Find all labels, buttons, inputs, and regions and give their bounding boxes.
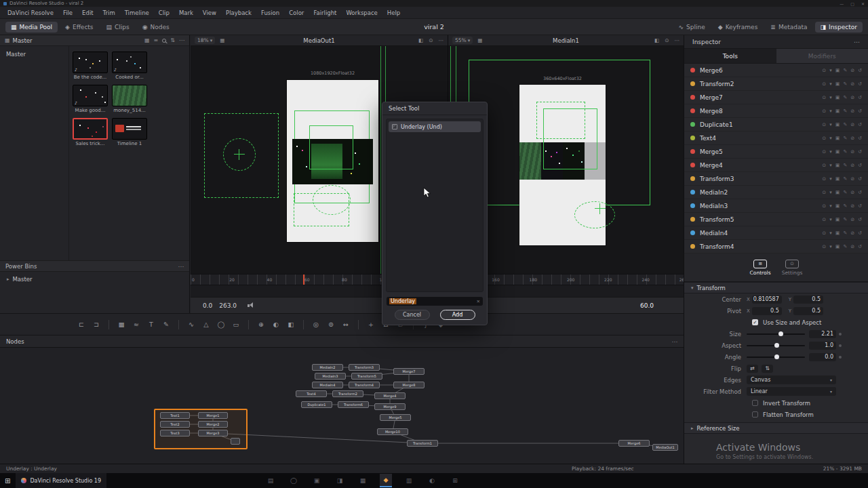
matte-control-icon[interactable]: ◧ (285, 319, 296, 329)
viewer-layout-icon[interactable]: ▦ (220, 37, 224, 43)
passthrough-icon[interactable]: ⊘ (850, 122, 854, 127)
media-pool-clip-make-good[interactable]: ♪Make good... (73, 85, 108, 113)
version-dot-icon[interactable]: ⊙ (822, 136, 826, 141)
graph-node-mediain4[interactable]: MediaIn4 (312, 382, 343, 388)
reset-icon[interactable]: ↺ (858, 68, 862, 73)
graph-node-merge1[interactable]: Merge1 (198, 412, 228, 419)
menu-trim[interactable]: Trim (98, 7, 120, 19)
graph-node-merge5[interactable]: Merge5 (380, 414, 411, 421)
graph-node-text1[interactable]: Text1 (160, 412, 190, 419)
tool-row-mediain3[interactable]: MediaIn3⊙▾▣✎⊘↺ (684, 199, 868, 213)
reset-icon[interactable]: ↺ (858, 149, 862, 155)
taskbar-pinned-app-icon[interactable]: ◯ (288, 474, 300, 487)
graph-node-text4[interactable]: Text4 (296, 390, 327, 397)
edit-icon[interactable]: ✎ (843, 68, 847, 73)
edit-icon[interactable]: ✎ (843, 122, 847, 127)
reset-icon[interactable]: ↺ (858, 190, 862, 195)
version-dot-icon[interactable]: ⊙ (822, 81, 826, 87)
menu-edit[interactable]: Edit (77, 7, 98, 19)
caret-down-icon[interactable]: ▾ (829, 108, 832, 114)
bspline-icon[interactable]: ∿ (186, 319, 197, 329)
tool-search-input[interactable]: Underlay ✕ (387, 297, 483, 306)
background-icon[interactable]: ▦ (116, 319, 127, 329)
media-pool-clip-money-514[interactable]: money_514... (112, 85, 147, 113)
nodes-panel-menu-icon[interactable]: ⋯ (672, 338, 678, 345)
graph-node-merge10[interactable]: Merge10 (377, 428, 408, 435)
bin-options-icon[interactable]: ⋯ (179, 37, 184, 43)
graph-node-duplicate1[interactable]: Duplicate1 (301, 401, 332, 408)
graph-node-merge7[interactable]: Merge7 (393, 368, 425, 375)
subtab-settings[interactable]: ⊙ Settings (782, 260, 803, 276)
angle-slider[interactable] (747, 357, 805, 358)
media-pool-clip-timeline-1[interactable]: Timeline 1 (112, 118, 147, 146)
menu-clip[interactable]: Clip (154, 7, 174, 19)
version-dot-icon[interactable]: ⊙ (822, 95, 826, 100)
windows-start-button[interactable]: ⊞ (5, 477, 10, 485)
version-dot-icon[interactable]: ⊙ (822, 108, 826, 114)
spline-button[interactable]: ∿Spline (673, 22, 710, 33)
passthrough-icon[interactable]: ⊘ (850, 203, 854, 209)
taskbar-active-app-icon[interactable]: ◆ (380, 474, 392, 487)
graph-node-mediaout1[interactable]: MediaOut1 (652, 444, 678, 451)
clips-button[interactable]: ▤Clips (101, 22, 135, 33)
tool-row-duplicate1[interactable]: Duplicate1⊙▾▣✎⊘↺ (684, 118, 868, 131)
color-corrector-icon[interactable]: ◎ (311, 319, 321, 329)
center-y-input[interactable]: 0.5 (793, 296, 823, 304)
caret-down-icon[interactable]: ▾ (829, 149, 832, 155)
polygon-mask-icon[interactable]: △ (201, 319, 212, 329)
taskbar-pinned-app-icon[interactable]: ▦ (357, 474, 369, 487)
caret-down-icon[interactable]: ▾ (829, 217, 832, 222)
taskbar-pinned-app-icon[interactable]: ▣ (311, 474, 323, 487)
media-pool-clip-cooked-or[interactable]: ♪Cooked or... (112, 52, 147, 80)
zoom-select[interactable]: 18% ▾ (195, 37, 215, 44)
passthrough-icon[interactable]: ⊘ (850, 136, 854, 141)
graph-node-mediain3[interactable]: MediaIn3 (315, 373, 346, 380)
version-dot-icon[interactable]: ⊙ (822, 176, 826, 182)
graph-node-transform5[interactable]: Transform5 (351, 373, 382, 380)
reset-icon[interactable]: ↺ (858, 230, 862, 236)
version-dot-icon[interactable]: ⊙ (822, 217, 826, 222)
effects-button[interactable]: ◈Effects (60, 22, 99, 33)
clone-icon[interactable]: ▣ (835, 68, 840, 73)
tool-row-merge5[interactable]: Merge5⊙▾▣✎⊘↺ (684, 145, 868, 159)
menu-timeline[interactable]: Timeline (120, 7, 154, 19)
blur-icon[interactable]: ⊚ (326, 319, 336, 329)
add-button[interactable]: Add (440, 310, 475, 320)
media-in-icon[interactable]: ⊏ (76, 319, 87, 329)
graph-node-merge9[interactable]: Merge9 (374, 403, 406, 410)
tool-row-merge6[interactable]: Merge6⊙▾▣✎⊘↺ (684, 64, 868, 77)
caret-down-icon[interactable]: ▾ (829, 230, 832, 236)
tool-row-merge7[interactable]: Merge7⊙▾▣✎⊘↺ (684, 91, 868, 104)
caret-down-icon[interactable]: ▾ (829, 190, 832, 195)
graph-node-transform2[interactable]: Transform2 (332, 390, 363, 397)
graph-node-transform4[interactable]: Transform4 (349, 382, 380, 388)
rectangle-mask-icon[interactable]: ▭ (231, 319, 241, 329)
transform-overlay-rect[interactable] (543, 108, 597, 169)
graph-node-merge6[interactable]: Merge6 (618, 440, 650, 447)
clone-icon[interactable]: ▣ (835, 136, 840, 141)
menu-help[interactable]: Help (382, 7, 405, 19)
version-dot-icon[interactable]: ⊙ (822, 163, 826, 168)
graph-node-text3[interactable]: Text3 (160, 430, 190, 436)
search-icon[interactable] (162, 39, 166, 43)
edit-icon[interactable]: ✎ (843, 163, 847, 168)
zoom-select[interactable]: 55% ▾ (452, 37, 473, 44)
reset-icon[interactable]: ↺ (858, 122, 862, 127)
clone-icon[interactable]: ▣ (835, 203, 840, 209)
roi-icon[interactable]: ⊙ (429, 37, 433, 43)
dissolve-icon[interactable]: ◐ (271, 319, 281, 329)
passthrough-icon[interactable]: ⊘ (850, 108, 854, 114)
menu-mark[interactable]: Mark (174, 7, 198, 19)
clone-icon[interactable]: ▣ (835, 95, 840, 100)
flip-vertical-button[interactable]: ⇅ (762, 365, 773, 373)
range-start-field[interactable]: 0.0 (203, 302, 212, 309)
nodes-button[interactable]: ◉Nodes (137, 22, 175, 33)
version-dot-icon[interactable]: ⊙ (822, 190, 826, 195)
passthrough-icon[interactable]: ⊘ (850, 217, 854, 222)
reset-icon[interactable]: ↺ (858, 244, 862, 249)
maximize-button[interactable]: ▢ (850, 1, 854, 6)
volume-icon[interactable] (248, 302, 255, 308)
pivot-y-input[interactable]: 0.5 (793, 307, 823, 315)
edit-icon[interactable]: ✎ (843, 190, 847, 195)
tool-row-mediain4[interactable]: MediaIn4⊙▾▣✎⊘↺ (684, 226, 868, 240)
